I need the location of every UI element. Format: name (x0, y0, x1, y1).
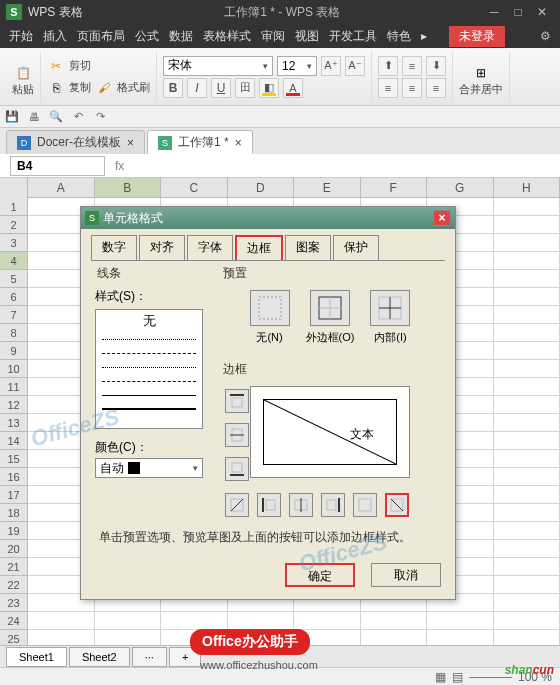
format-painter-icon[interactable]: 🖌 (95, 79, 113, 97)
border-right-button[interactable] (321, 493, 345, 517)
row-header[interactable]: 13 (0, 414, 28, 432)
cell[interactable] (427, 612, 494, 629)
style-option[interactable] (96, 374, 202, 388)
cell[interactable] (494, 522, 561, 539)
row-header[interactable]: 7 (0, 306, 28, 324)
border-outline-button[interactable] (353, 493, 377, 517)
cell[interactable] (161, 612, 228, 629)
tab-workbook[interactable]: S工作簿1 *× (147, 130, 253, 154)
redo-icon[interactable]: ↷ (92, 109, 108, 125)
cell[interactable] (361, 612, 428, 629)
menu-dev-tools[interactable]: 开发工具 (324, 28, 382, 45)
copy-label[interactable]: 复制 (69, 80, 91, 95)
col-header[interactable]: D (228, 178, 295, 197)
border-bottom-button[interactable] (225, 457, 249, 481)
cell[interactable] (494, 288, 561, 305)
border-diag-down-button[interactable] (385, 493, 409, 517)
menu-start[interactable]: 开始 (4, 28, 38, 45)
preset-none-button[interactable]: 无(N) (250, 290, 290, 345)
font-color-button[interactable]: A (283, 78, 303, 98)
cell[interactable] (494, 414, 561, 431)
copy-icon[interactable]: ⎘ (47, 79, 65, 97)
cell[interactable] (494, 594, 561, 611)
underline-button[interactable]: U (211, 78, 231, 98)
merge-icon[interactable]: ⊞ (472, 66, 490, 80)
row-header[interactable]: 9 (0, 342, 28, 360)
tab-protect[interactable]: 保护 (333, 235, 379, 260)
border-diag-up-button[interactable] (225, 493, 249, 517)
ok-button[interactable]: 确定 (285, 563, 355, 587)
color-select[interactable]: 自动▾ (95, 458, 203, 478)
menu-table-style[interactable]: 表格样式 (198, 28, 256, 45)
col-header[interactable]: A (28, 178, 95, 197)
menu-review[interactable]: 审阅 (256, 28, 290, 45)
preset-inside-button[interactable]: 内部(I) (370, 290, 410, 345)
cell[interactable] (494, 360, 561, 377)
row-header[interactable]: 8 (0, 324, 28, 342)
style-option[interactable] (96, 346, 202, 360)
cell[interactable] (494, 378, 561, 395)
sheet-tab-more[interactable]: ··· (132, 647, 167, 667)
row-header[interactable]: 10 (0, 360, 28, 378)
col-header[interactable]: H (494, 178, 561, 197)
style-option[interactable] (96, 402, 202, 416)
align-middle-button[interactable]: ≡ (402, 56, 422, 76)
cell[interactable] (494, 252, 560, 269)
cell[interactable] (494, 450, 561, 467)
style-option[interactable] (96, 332, 202, 346)
cell[interactable] (294, 612, 361, 629)
align-right-button[interactable]: ≡ (426, 78, 446, 98)
cell[interactable] (494, 468, 561, 485)
menu-page-layout[interactable]: 页面布局 (72, 28, 130, 45)
close-button[interactable]: ✕ (530, 2, 554, 22)
cell[interactable] (494, 576, 561, 593)
row-header[interactable]: 3 (0, 234, 28, 252)
save-icon[interactable]: 💾 (4, 109, 20, 125)
cell[interactable] (494, 342, 561, 359)
cell[interactable] (494, 306, 561, 323)
minimize-button[interactable]: ─ (482, 2, 506, 22)
tab-docer[interactable]: DDocer-在线模板× (6, 130, 145, 154)
sheet-tab-1[interactable]: Sheet1 (6, 647, 67, 667)
increase-font-button[interactable]: A⁺ (321, 56, 341, 76)
cell[interactable] (494, 612, 561, 629)
name-box[interactable]: B4 (10, 156, 105, 176)
paste-label[interactable]: 粘贴 (12, 82, 34, 97)
cell[interactable] (494, 198, 561, 215)
italic-button[interactable]: I (187, 78, 207, 98)
dialog-close-button[interactable]: × (433, 210, 451, 226)
cell[interactable] (228, 612, 295, 629)
col-header[interactable]: C (161, 178, 228, 197)
col-header[interactable]: F (361, 178, 428, 197)
row-header[interactable]: 6 (0, 288, 28, 306)
tab-align[interactable]: 对齐 (139, 235, 185, 260)
cell[interactable] (494, 234, 561, 251)
align-center-button[interactable]: ≡ (402, 78, 422, 98)
row-header[interactable]: 11 (0, 378, 28, 396)
row-header[interactable]: 21 (0, 558, 28, 576)
decrease-font-button[interactable]: A⁻ (345, 56, 365, 76)
menu-data[interactable]: 数据 (164, 28, 198, 45)
row-header[interactable]: 5 (0, 270, 28, 288)
col-header[interactable]: G (427, 178, 494, 197)
close-tab-icon[interactable]: × (235, 136, 242, 150)
align-left-button[interactable]: ≡ (378, 78, 398, 98)
cell[interactable] (28, 612, 95, 629)
row-header[interactable]: 23 (0, 594, 28, 612)
tab-pattern[interactable]: 图案 (285, 235, 331, 260)
border-button[interactable]: 田 (235, 78, 255, 98)
cell[interactable] (494, 216, 561, 233)
sheet-tab-2[interactable]: Sheet2 (69, 647, 130, 667)
row-header[interactable]: 24 (0, 612, 28, 630)
col-header[interactable]: E (294, 178, 361, 197)
row-header[interactable]: 4 (0, 252, 28, 270)
bold-button[interactable]: B (163, 78, 183, 98)
row-header[interactable]: 19 (0, 522, 28, 540)
close-tab-icon[interactable]: × (127, 136, 134, 150)
row-header[interactable]: 22 (0, 576, 28, 594)
tab-border[interactable]: 边框 (235, 235, 283, 260)
tab-font[interactable]: 字体 (187, 235, 233, 260)
paste-icon[interactable]: 📋 (14, 66, 32, 80)
maximize-button[interactable]: □ (506, 2, 530, 22)
print-icon[interactable]: 🖶 (26, 109, 42, 125)
